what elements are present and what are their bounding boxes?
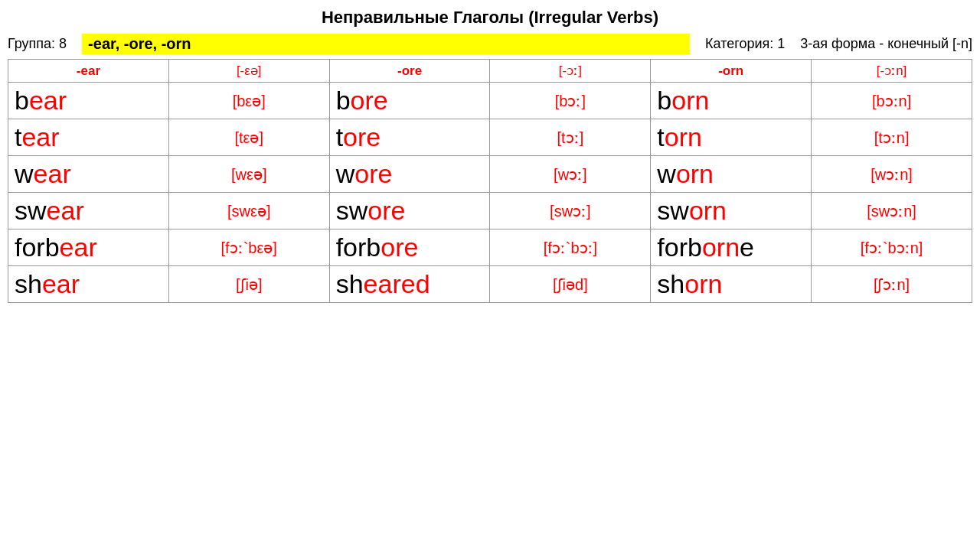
phon-cell: [bɔː]	[490, 83, 651, 119]
group-label: Группа: 8	[8, 36, 67, 52]
word-cell: shorn	[651, 266, 812, 303]
word-cell: shear	[8, 266, 169, 303]
word-cell: wear	[8, 156, 169, 193]
orn-header: -orn	[651, 60, 812, 83]
meta-row: Группа: 8 -ear, -ore, -orn Категория: 1 …	[8, 34, 972, 54]
phon-cell: [fɔː`bεə]	[168, 229, 329, 266]
phon-cell: [swɔː]	[490, 193, 651, 229]
word-cell: wore	[329, 156, 490, 193]
phon-cell: [ʃɔːn]	[812, 266, 972, 303]
phon-cell: [tɔːn]	[812, 119, 972, 156]
word-cell: sworn	[651, 193, 812, 229]
table-row: forbear[fɔː`bεə]forbore[fɔː`bɔː]forborne…	[8, 229, 972, 266]
phon-cell: [wɔːn]	[812, 156, 972, 193]
table-row: tear[tεə]tore[tɔː]torn[tɔːn]	[8, 119, 972, 156]
ore-header: -ore	[329, 60, 490, 83]
word-cell: forbear	[8, 229, 169, 266]
table-row: shear[ʃiə]sheared[ʃiəd]shorn[ʃɔːn]	[8, 266, 972, 303]
phon-cell: [swεə]	[168, 193, 329, 229]
word-cell: born	[651, 83, 812, 119]
meta-highlight: -ear, -ore, -orn	[82, 34, 690, 54]
phon-cell: [ʃiə]	[168, 266, 329, 303]
word-cell: sheared	[329, 266, 490, 303]
word-cell: bear	[8, 83, 169, 119]
table-header: -ear [-εə] -ore [-ɔː] -orn [-ɔːn]	[8, 60, 972, 83]
word-cell: torn	[651, 119, 812, 156]
word-cell: forbore	[329, 229, 490, 266]
phon-cell: [bεə]	[168, 83, 329, 119]
main-table: -ear [-εə] -ore [-ɔː] -orn [-ɔːn] bear[b…	[8, 59, 972, 303]
phon-cell: [fɔː`bɔː]	[490, 229, 651, 266]
meta-category: Категория: 1	[705, 36, 785, 52]
meta-form: 3-ая форма - конечный [-n]	[800, 36, 972, 52]
table-row: wear[wεə]wore[wɔː]worn[wɔːn]	[8, 156, 972, 193]
table-row: swear[swεə]swore[swɔː]sworn[swɔːn]	[8, 193, 972, 229]
phon-cell: [tɔː]	[490, 119, 651, 156]
phon-cell: [bɔːn]	[812, 83, 972, 119]
word-cell: swear	[8, 193, 169, 229]
ear-header: -ear	[8, 60, 169, 83]
word-cell: tear	[8, 119, 169, 156]
phon-cell: [fɔː`bɔːn]	[812, 229, 972, 266]
table-row: bear[bεə]bore[bɔː]born[bɔːn]	[8, 83, 972, 119]
phon-cell: [wεə]	[168, 156, 329, 193]
page-title: Неправильные Глаголы (Irregular Verbs)	[8, 8, 972, 28]
ear-phon-header: [-εə]	[168, 60, 329, 83]
ore-phon-header: [-ɔː]	[490, 60, 651, 83]
word-cell: tore	[329, 119, 490, 156]
word-cell: worn	[651, 156, 812, 193]
phon-cell: [ʃiəd]	[490, 266, 651, 303]
word-cell: bore	[329, 83, 490, 119]
phon-cell: [tεə]	[168, 119, 329, 156]
orn-phon-header: [-ɔːn]	[812, 60, 972, 83]
phon-cell: [wɔː]	[490, 156, 651, 193]
phon-cell: [swɔːn]	[812, 193, 972, 229]
word-cell: swore	[329, 193, 490, 229]
word-cell: forborne	[651, 229, 812, 266]
